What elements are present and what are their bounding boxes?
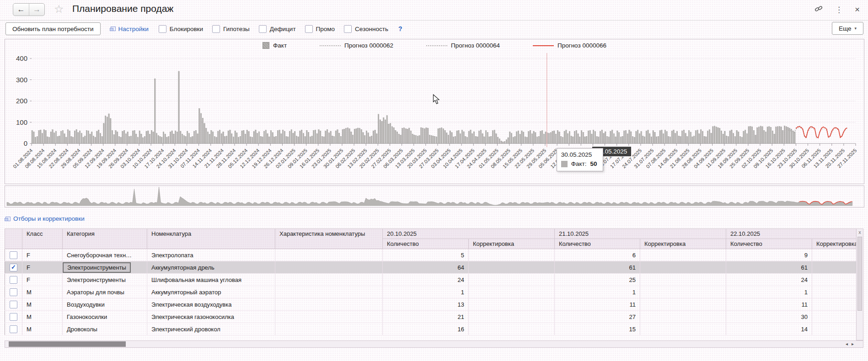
table-row[interactable]: MВоздуходувкиЭлектрическая воздуходувка1… bbox=[5, 298, 857, 311]
cell-correction[interactable] bbox=[640, 323, 726, 335]
cell-category[interactable]: Газонокосилки bbox=[63, 311, 147, 323]
help-link[interactable]: ? bbox=[398, 25, 402, 32]
filters-link[interactable]: Отборы и корректировки bbox=[5, 215, 85, 222]
checkbox-box[interactable] bbox=[259, 25, 267, 33]
settings-link[interactable]: Настройки bbox=[111, 26, 149, 32]
cell-characteristic[interactable] bbox=[275, 323, 383, 335]
cell-quantity[interactable]: 15 bbox=[555, 323, 640, 335]
cell-quantity[interactable]: 1 bbox=[383, 286, 469, 298]
cell-correction[interactable] bbox=[469, 286, 555, 298]
cell-correction[interactable] bbox=[640, 298, 726, 311]
cell-quantity[interactable]: 21 bbox=[383, 311, 469, 323]
table-row[interactable]: MАэраторы для почвыАккумуляторный аэрато… bbox=[5, 286, 857, 298]
table-row[interactable]: FСнегоуборочная техн…Электролопата569 bbox=[5, 249, 857, 261]
chart-overview-panel[interactable] bbox=[5, 186, 864, 207]
vertical-scrollbar-thumb[interactable] bbox=[857, 237, 862, 311]
scroll-left-icon[interactable]: ◂ bbox=[846, 341, 848, 346]
cell-correction[interactable] bbox=[640, 274, 726, 286]
cell-correction[interactable] bbox=[640, 261, 726, 274]
cell-nomenclature[interactable]: Электрическая воздуходувка bbox=[147, 298, 275, 311]
cell-characteristic[interactable] bbox=[275, 311, 383, 323]
cell-correction[interactable] bbox=[640, 249, 726, 261]
cell-quantity[interactable]: 1 bbox=[555, 286, 640, 298]
cell-quantity[interactable]: 25 bbox=[555, 274, 640, 286]
cell-quantity[interactable]: 13 bbox=[383, 298, 469, 311]
cell-class[interactable]: M bbox=[22, 298, 63, 311]
row-checkbox-cell[interactable] bbox=[5, 286, 22, 298]
row-checkbox-cell[interactable] bbox=[5, 311, 22, 323]
cell-quantity[interactable]: 9 bbox=[726, 249, 812, 261]
checkbox-4[interactable]: Сезонность bbox=[344, 25, 388, 33]
cell-characteristic[interactable] bbox=[275, 249, 383, 261]
cell-class[interactable]: F bbox=[22, 249, 63, 261]
favorite-star-icon[interactable]: ☆ bbox=[54, 3, 64, 16]
checkbox-box[interactable] bbox=[305, 25, 313, 33]
cell-correction[interactable] bbox=[469, 274, 555, 286]
cell-quantity[interactable]: 14 bbox=[726, 323, 812, 335]
cell-correction[interactable] bbox=[812, 261, 857, 274]
cell-characteristic[interactable] bbox=[275, 261, 383, 274]
cell-category[interactable]: Аэраторы для почвы bbox=[63, 286, 147, 298]
checkbox-1[interactable]: Гипотезы bbox=[212, 25, 250, 33]
link-icon[interactable] bbox=[814, 4, 823, 15]
cell-class[interactable]: F bbox=[22, 274, 63, 286]
cell-quantity[interactable]: 64 bbox=[383, 261, 469, 274]
current-cell[interactable]: Электроинструменты bbox=[63, 262, 131, 273]
vertical-scrollbar[interactable]: х bbox=[856, 228, 863, 340]
cell-nomenclature[interactable]: Электрический дровокол bbox=[147, 323, 275, 335]
cell-correction[interactable] bbox=[812, 249, 857, 261]
cell-correction[interactable] bbox=[469, 323, 555, 335]
checkbox-box[interactable] bbox=[159, 25, 166, 33]
scroll-right-icon[interactable]: ▸ bbox=[852, 341, 854, 346]
cell-characteristic[interactable] bbox=[275, 274, 383, 286]
table-row[interactable]: FЭлектроинструментыШлифовальная машина у… bbox=[5, 274, 857, 286]
close-icon[interactable]: × bbox=[855, 5, 860, 15]
cell-quantity[interactable]: 16 bbox=[383, 323, 469, 335]
table-row[interactable]: ✓FЭлектроинструментыАккумуляторная дрель… bbox=[5, 261, 857, 274]
cell-correction[interactable] bbox=[640, 286, 726, 298]
overview-chart[interactable] bbox=[5, 186, 863, 206]
cell-category[interactable]: Воздуходувки bbox=[63, 298, 147, 311]
row-checkbox[interactable] bbox=[10, 276, 17, 284]
cell-class[interactable]: M bbox=[22, 311, 63, 323]
cell-correction[interactable] bbox=[469, 261, 555, 274]
row-checkbox-cell[interactable] bbox=[5, 323, 22, 335]
cell-nomenclature[interactable]: Аккумуляторный аэратор bbox=[147, 286, 275, 298]
checkbox-box[interactable] bbox=[344, 25, 352, 33]
row-checkbox[interactable] bbox=[10, 313, 17, 321]
cell-class[interactable]: F bbox=[22, 261, 63, 274]
cell-category[interactable]: Электроинструменты bbox=[63, 274, 147, 286]
checkbox-3[interactable]: Промо bbox=[305, 25, 335, 33]
cell-quantity[interactable]: 30 bbox=[726, 311, 812, 323]
cell-correction[interactable] bbox=[812, 298, 857, 311]
horizontal-scrollbar-thumb[interactable] bbox=[9, 341, 126, 347]
cell-characteristic[interactable] bbox=[275, 286, 383, 298]
cell-correction[interactable] bbox=[812, 274, 857, 286]
cell-nomenclature[interactable]: Электрическая газонокосилка bbox=[147, 311, 275, 323]
cell-class[interactable]: M bbox=[22, 323, 63, 335]
cell-quantity[interactable]: 1 bbox=[726, 286, 812, 298]
table-row[interactable]: MДровоколыЭлектрический дровокол161514 bbox=[5, 323, 857, 335]
cell-correction[interactable] bbox=[812, 311, 857, 323]
row-checkbox-cell[interactable] bbox=[5, 249, 22, 261]
checkbox-box[interactable] bbox=[212, 25, 220, 33]
checkbox-2[interactable]: Дефицит bbox=[259, 25, 296, 33]
table-row[interactable]: MГазонокосилкиЭлектрическая газонокосилк… bbox=[5, 311, 857, 323]
cell-correction[interactable] bbox=[812, 286, 857, 298]
cell-nomenclature[interactable]: Электролопата bbox=[147, 249, 275, 261]
update-plan-button[interactable]: Обновить план потребности bbox=[5, 22, 101, 35]
row-checkbox[interactable] bbox=[10, 288, 17, 296]
cell-quantity[interactable]: 6 bbox=[555, 249, 640, 261]
row-checkbox-cell[interactable] bbox=[5, 298, 22, 311]
kebab-menu-icon[interactable]: ⋮ bbox=[835, 5, 843, 15]
cell-category[interactable]: Дровоколы bbox=[63, 323, 147, 335]
cell-quantity[interactable]: 61 bbox=[726, 261, 812, 274]
cell-correction[interactable] bbox=[469, 298, 555, 311]
cell-correction[interactable] bbox=[812, 323, 857, 335]
more-button[interactable]: Еще▾ bbox=[832, 22, 863, 35]
row-checkbox[interactable] bbox=[10, 251, 17, 259]
row-checkbox[interactable] bbox=[10, 325, 17, 333]
row-checkbox-cell[interactable]: ✓ bbox=[5, 261, 22, 274]
cell-nomenclature[interactable]: Шлифовальная машина угловая bbox=[147, 274, 275, 286]
cell-class[interactable]: M bbox=[22, 286, 63, 298]
